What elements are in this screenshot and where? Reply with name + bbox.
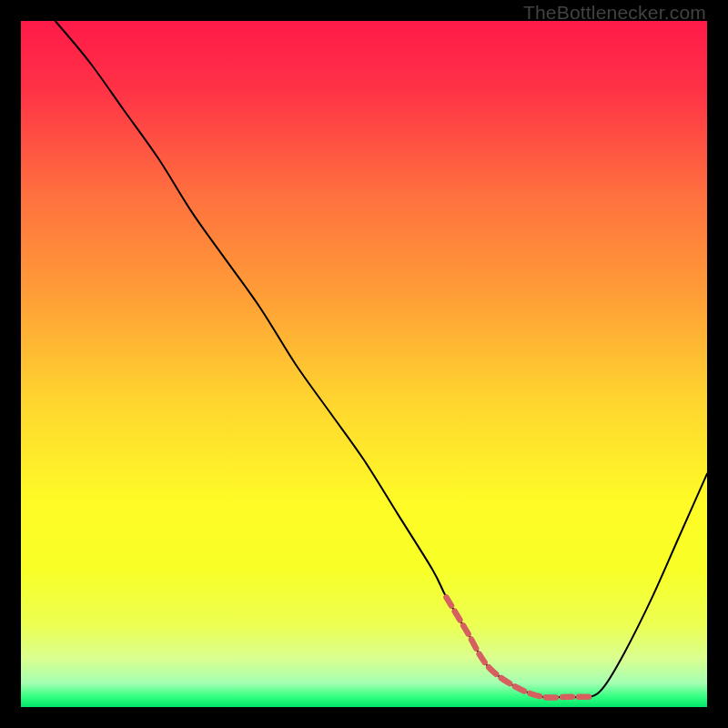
chart-frame (21, 21, 707, 707)
chart-background (21, 21, 707, 707)
bottleneck-chart (21, 21, 707, 707)
watermark-text: TheBottlenecker.com (523, 2, 706, 24)
